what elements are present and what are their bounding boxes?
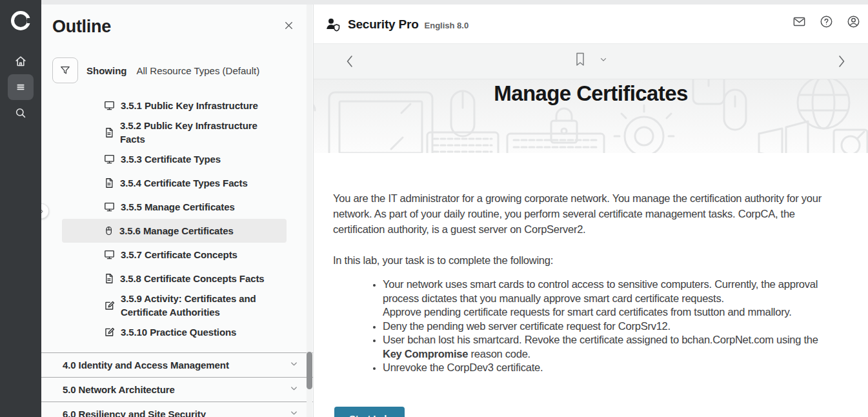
outline-item-label: 3.5.9 Activity: Certificates and Certifi… — [121, 292, 283, 319]
filter-button[interactable] — [52, 57, 78, 83]
edit-icon — [103, 300, 116, 312]
left-rail — [0, 0, 41, 417]
home-icon — [14, 54, 28, 68]
monitor-icon — [103, 201, 116, 213]
monitor-icon — [103, 153, 116, 165]
top-strip — [41, 0, 868, 5]
lab-description: You are the IT administrator for a growi… — [314, 153, 868, 417]
account-button[interactable] — [846, 14, 861, 29]
task-item: Deny the pending web server certificate … — [383, 320, 840, 334]
mail-icon — [792, 14, 807, 29]
task-item: Unrevoke the CorpDev3 certificate. — [383, 361, 840, 375]
outline-item[interactable]: 3.5.7 Certificate Concepts — [62, 243, 287, 267]
outline-list: 3.5.1 Public Key Infrastructure3.5.2 Pub… — [41, 94, 313, 344]
outline-item-label: 3.5.5 Manage Certificates — [121, 200, 235, 214]
product-logo — [325, 16, 342, 32]
help-icon — [819, 14, 834, 29]
bookmark-button[interactable] — [574, 52, 586, 67]
help-button[interactable] — [819, 14, 834, 29]
main-header: Security Pro English 8.0 — [314, 0, 868, 44]
outline-item-active[interactable]: 3.5.6 Manage Certificates — [62, 219, 287, 243]
outline-section[interactable]: 6.0 Resiliency and Site Security — [41, 402, 313, 417]
chevron-down-icon — [599, 55, 608, 64]
close-icon — [283, 19, 295, 32]
outline-section-label: 6.0 Resiliency and Site Security — [63, 409, 206, 417]
chevron-left-icon — [345, 53, 355, 70]
app-logo-icon[interactable] — [11, 11, 30, 30]
outline-section-label: 4.0 Identity and Access Management — [63, 360, 229, 371]
lesson-toolbar — [314, 44, 868, 79]
title-banner: Manage Certificates — [314, 79, 868, 153]
person-shield-icon — [325, 16, 342, 32]
outline-sections: 4.0 Identity and Access Management5.0 Ne… — [41, 352, 313, 417]
product-subtitle: English 8.0 — [425, 21, 469, 30]
product-title: Security Pro — [348, 17, 419, 32]
search-icon — [14, 106, 28, 120]
chevron-right-icon — [836, 53, 847, 70]
monitor-icon — [103, 99, 116, 112]
outline-item[interactable]: 3.5.1 Public Key Infrastructure — [62, 94, 287, 117]
outline-item[interactable]: 3.5.5 Manage Certificates — [62, 195, 287, 219]
next-button[interactable] — [836, 53, 847, 70]
start-lab-button[interactable]: Start Lab — [334, 407, 405, 417]
filter-funnel-icon — [59, 64, 72, 77]
outline-section[interactable]: 4.0 Identity and Access Management — [41, 352, 313, 377]
outline-item-label: 3.5.1 Public Key Infrastructure — [121, 99, 258, 112]
outline-item-label: 3.5.3 Certificate Types — [121, 152, 221, 166]
document-icon — [103, 272, 115, 285]
filter-row: Showing All Resource Types (Default) — [52, 57, 313, 83]
task-intro: In this lab, your task is to complete th… — [333, 252, 840, 268]
mouse-icon — [103, 225, 114, 237]
bookmark-menu-button[interactable] — [599, 55, 608, 64]
monitor-icon — [103, 249, 116, 261]
account-icon — [846, 14, 861, 29]
chevron-down-icon — [289, 408, 299, 417]
outline-item[interactable]: 3.5.2 Public Key Infrastructure Facts — [62, 117, 287, 147]
chevron-down-icon — [289, 359, 299, 371]
document-icon — [103, 127, 115, 139]
outline-item-label: 3.5.2 Public Key Infrastructure Facts — [120, 119, 283, 146]
outline-item[interactable]: 3.5.9 Activity: Certificates and Certifi… — [62, 290, 287, 320]
panel-scrollbar-thumb[interactable] — [307, 352, 312, 389]
task-item: User bchan lost his smartcard. Revoke th… — [383, 333, 840, 361]
task-list: Your network uses smart cards to control… — [333, 278, 840, 375]
outline-section-label: 5.0 Network Architecture — [63, 384, 175, 395]
outline-menu-button[interactable] — [8, 74, 34, 100]
previous-button[interactable] — [345, 53, 355, 70]
page-title: Manage Certificates — [314, 79, 868, 106]
intro-paragraph: You are the IT administrator for a growi… — [333, 190, 840, 237]
document-icon — [103, 177, 115, 189]
outline-item[interactable]: 3.5.8 Certificate Concepts Facts — [62, 267, 287, 290]
logo-gap — [27, 18, 32, 23]
outline-item-label: 3.5.4 Certificate Types Facts — [120, 176, 248, 190]
showing-value: All Resource Types (Default) — [137, 65, 260, 76]
outline-item-label: 3.5.6 Manage Certificates — [119, 224, 234, 238]
outline-panel: Outline Showing All Resource Types (Defa… — [41, 0, 314, 417]
main-content: Security Pro English 8.0 — [314, 0, 868, 417]
chevron-down-icon — [289, 383, 299, 396]
search-button[interactable] — [8, 100, 34, 126]
task-item: Your network uses smart cards to control… — [383, 278, 840, 320]
outline-item[interactable]: 3.5.10 Practice Questions — [62, 320, 287, 344]
outline-section[interactable]: 5.0 Network Architecture — [41, 377, 313, 402]
showing-label: Showing — [86, 65, 127, 76]
messages-button[interactable] — [792, 14, 807, 29]
outline-item[interactable]: 3.5.3 Certificate Types — [62, 147, 287, 171]
panel-scrollbar-track[interactable] — [307, 5, 312, 417]
app-window: Outline Showing All Resource Types (Defa… — [0, 0, 868, 417]
outline-title: Outline — [52, 17, 300, 37]
outline-item-label: 3.5.7 Certificate Concepts — [121, 248, 237, 261]
outline-item-label: 3.5.8 Certificate Concepts Facts — [120, 272, 265, 285]
outline-item-label: 3.5.10 Practice Questions — [121, 325, 236, 339]
home-button[interactable] — [8, 48, 34, 74]
outline-item[interactable]: 3.5.4 Certificate Types Facts — [62, 171, 287, 195]
edit-icon — [103, 326, 116, 338]
close-outline-button[interactable] — [283, 19, 295, 34]
bookmark-icon — [574, 52, 586, 67]
outline-menu-icon — [14, 81, 27, 94]
